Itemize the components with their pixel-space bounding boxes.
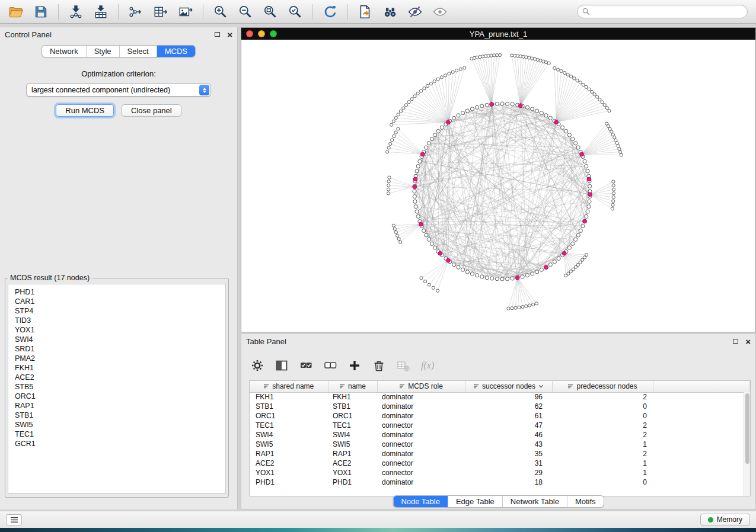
network-leaf-node[interactable] bbox=[618, 148, 621, 150]
network-leaf-node[interactable] bbox=[601, 101, 604, 104]
mcds-dominator-node[interactable] bbox=[562, 251, 566, 255]
zoom-selected-icon[interactable] bbox=[288, 4, 303, 20]
network-leaf-node[interactable] bbox=[585, 85, 588, 88]
table-cell[interactable]: dominator bbox=[377, 411, 465, 421]
network-leaf-node[interactable] bbox=[407, 101, 410, 104]
network-node[interactable] bbox=[430, 242, 433, 245]
network-leaf-node[interactable] bbox=[518, 306, 521, 309]
network-leaf-node[interactable] bbox=[399, 110, 402, 113]
network-leaf-node[interactable] bbox=[612, 188, 615, 191]
network-node[interactable] bbox=[416, 165, 420, 168]
table-cell[interactable]: 35 bbox=[465, 449, 552, 459]
table-cell[interactable]: connector bbox=[377, 440, 465, 449]
network-node[interactable] bbox=[561, 126, 564, 129]
column-header-mcds-role[interactable]: MCDS role bbox=[377, 381, 465, 392]
mcds-dominator-node[interactable] bbox=[446, 120, 451, 124]
tab-style[interactable]: Style bbox=[87, 46, 120, 57]
network-leaf-node[interactable] bbox=[510, 54, 513, 57]
network-leaf-node[interactable] bbox=[588, 88, 591, 91]
network-leaf-node[interactable] bbox=[387, 192, 390, 195]
mcds-result-item[interactable]: STP4 bbox=[15, 306, 225, 316]
open-folder-icon[interactable] bbox=[8, 4, 24, 20]
network-node[interactable] bbox=[557, 257, 560, 260]
network-leaf-node[interactable] bbox=[612, 184, 615, 187]
table-row[interactable]: ORC1ORC1dominator610 bbox=[250, 411, 750, 421]
hide-panel-eye-icon[interactable] bbox=[407, 4, 423, 20]
network-node[interactable] bbox=[461, 111, 465, 115]
network-leaf-node[interactable] bbox=[397, 238, 400, 241]
mcds-result-item[interactable]: ACE2 bbox=[15, 373, 225, 382]
table-cell[interactable]: ACE2 bbox=[250, 459, 328, 468]
network-leaf-node[interactable] bbox=[563, 71, 566, 74]
network-leaf-node[interactable] bbox=[513, 54, 516, 57]
import-network-icon[interactable] bbox=[68, 4, 84, 20]
network-leaf-node[interactable] bbox=[579, 81, 582, 84]
network-node[interactable] bbox=[506, 102, 509, 105]
table-cell[interactable]: ORC1 bbox=[328, 411, 377, 421]
mcds-result-item[interactable]: SWI4 bbox=[15, 335, 225, 344]
network-leaf-node[interactable] bbox=[393, 134, 395, 137]
network-leaf-node[interactable] bbox=[556, 68, 559, 71]
network-leaf-node[interactable] bbox=[387, 184, 390, 187]
network-node[interactable] bbox=[465, 270, 469, 274]
show-panel-eye-icon[interactable] bbox=[432, 4, 448, 20]
column-header-successor-nodes[interactable]: successor nodes bbox=[465, 381, 552, 392]
network-leaf-node[interactable] bbox=[593, 93, 596, 96]
network-leaf-node[interactable] bbox=[410, 98, 413, 101]
zoom-out-icon[interactable] bbox=[238, 4, 253, 20]
mcds-dominator-node[interactable] bbox=[419, 222, 423, 226]
network-node[interactable] bbox=[553, 260, 556, 264]
network-node[interactable] bbox=[416, 214, 420, 218]
network-leaf-node[interactable] bbox=[387, 180, 390, 183]
network-node[interactable] bbox=[495, 277, 499, 281]
network-node[interactable] bbox=[485, 276, 489, 280]
network-node[interactable] bbox=[574, 238, 578, 241]
table-cell[interactable]: 0 bbox=[552, 477, 653, 487]
network-leaf-node[interactable] bbox=[612, 192, 615, 195]
table-row[interactable]: TEC1TEC1connector472 bbox=[250, 421, 750, 430]
network-leaf-node[interactable] bbox=[394, 116, 397, 119]
tab-network-table[interactable]: Network Table bbox=[503, 496, 567, 507]
network-node[interactable] bbox=[470, 107, 474, 111]
network-node[interactable] bbox=[480, 104, 484, 108]
network-leaf-node[interactable] bbox=[617, 145, 620, 148]
network-node[interactable] bbox=[430, 137, 433, 141]
network-leaf-node[interactable] bbox=[402, 107, 405, 110]
mcds-result-item[interactable]: FKH1 bbox=[15, 363, 225, 373]
columns-icon[interactable] bbox=[275, 359, 288, 372]
share-document-icon[interactable] bbox=[358, 4, 373, 20]
network-node[interactable] bbox=[436, 129, 440, 133]
table-cell[interactable]: 1 bbox=[552, 440, 653, 449]
network-node[interactable] bbox=[571, 242, 575, 245]
network-leaf-node[interactable] bbox=[522, 55, 525, 58]
float-table-panel-icon[interactable] bbox=[733, 339, 738, 344]
network-leaf-node[interactable] bbox=[598, 98, 601, 101]
table-row[interactable]: STB1STB1dominator620 bbox=[250, 402, 750, 411]
mcds-dominator-node[interactable] bbox=[413, 177, 417, 181]
network-leaf-node[interactable] bbox=[614, 139, 617, 142]
network-leaf-node[interactable] bbox=[397, 127, 400, 130]
network-leaf-node[interactable] bbox=[603, 104, 606, 107]
mcds-dominator-node[interactable] bbox=[580, 152, 584, 156]
network-leaf-node[interactable] bbox=[514, 306, 517, 309]
network-node[interactable] bbox=[425, 146, 428, 149]
mcds-result-item[interactable]: ORC1 bbox=[15, 392, 225, 401]
network-leaf-node[interactable] bbox=[463, 66, 466, 69]
close-panel-icon[interactable]: × bbox=[227, 30, 232, 39]
export-image-icon[interactable] bbox=[178, 4, 193, 20]
mcds-dominator-node[interactable] bbox=[544, 265, 548, 270]
network-node[interactable] bbox=[588, 184, 592, 188]
table-cell[interactable]: 0 bbox=[552, 411, 653, 421]
network-leaf-node[interactable] bbox=[611, 203, 614, 206]
network-node[interactable] bbox=[413, 200, 417, 203]
table-row[interactable]: PHD1PHD1dominator180 bbox=[250, 477, 750, 487]
network-leaf-node[interactable] bbox=[440, 76, 443, 79]
table-row[interactable]: RAP1RAP1dominator352 bbox=[250, 449, 750, 459]
table-cell[interactable]: 18 bbox=[465, 477, 552, 487]
network-leaf-node[interactable] bbox=[388, 176, 391, 179]
mcds-result-item[interactable]: SWI5 bbox=[15, 420, 225, 430]
export-network-icon[interactable] bbox=[128, 4, 143, 20]
table-scrollbar[interactable] bbox=[744, 392, 750, 496]
network-leaf-node[interactable] bbox=[573, 77, 576, 80]
table-cell[interactable]: connector bbox=[377, 459, 465, 468]
